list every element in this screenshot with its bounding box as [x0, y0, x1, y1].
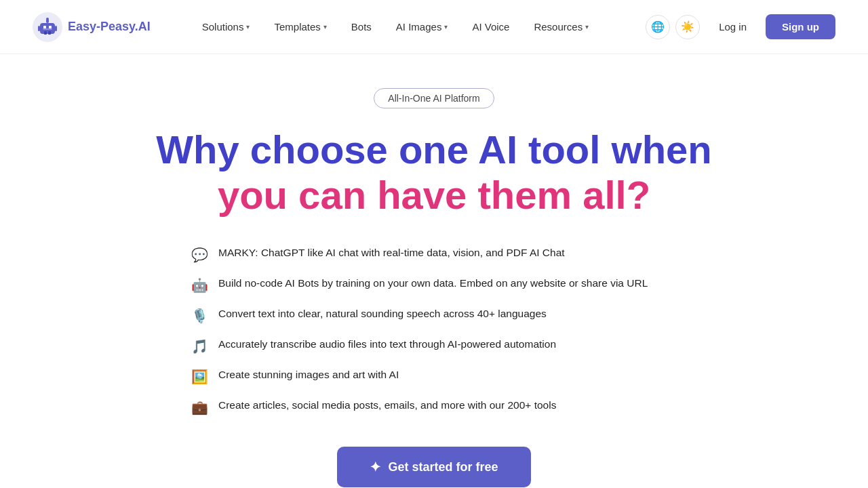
chevron-down-icon: ▾ — [246, 23, 250, 30]
nav-links: Solutions ▾ Templates ▾ Bots AI Images ▾… — [191, 16, 646, 38]
logo-text: Easy-Peasy.AI — [68, 20, 151, 34]
svg-rect-3 — [49, 26, 52, 28]
nav-resources[interactable]: Resources ▾ — [523, 16, 599, 38]
chevron-down-icon: ▾ — [323, 23, 327, 30]
signup-button[interactable]: Sign up — [766, 14, 835, 39]
features-list: 💬 MARKY: ChatGPT like AI chat with real-… — [190, 245, 678, 417]
navbar: Easy-Peasy.AI Solutions ▾ Templates ▾ Bo… — [0, 0, 868, 54]
feature-item: 💬 MARKY: ChatGPT like AI chat with real-… — [190, 245, 678, 264]
logo-icon — [33, 12, 62, 42]
login-button[interactable]: Log in — [705, 16, 760, 38]
nav-ai-voice[interactable]: AI Voice — [461, 16, 520, 38]
nav-templates[interactable]: Templates ▾ — [263, 16, 337, 38]
svg-rect-9 — [48, 31, 51, 35]
svg-rect-2 — [43, 26, 46, 28]
nav-solutions[interactable]: Solutions ▾ — [191, 16, 261, 38]
feature-icon-1: 🤖 — [190, 276, 209, 295]
theme-toggle-icon[interactable]: ☀️ — [675, 15, 700, 39]
logo[interactable]: Easy-Peasy.AI — [33, 12, 151, 42]
svg-rect-6 — [38, 26, 40, 31]
feature-text: Convert text into clear, natural soundin… — [218, 306, 547, 321]
feature-icon-2: 🎙️ — [190, 306, 209, 325]
feature-item: 🖼️ Create stunning images and art with A… — [190, 367, 678, 386]
svg-rect-8 — [44, 31, 47, 35]
svg-point-5 — [46, 18, 49, 20]
svg-rect-10 — [43, 28, 52, 30]
svg-rect-7 — [55, 26, 57, 31]
chevron-down-icon: ▾ — [585, 23, 589, 30]
star-icon: ✦ — [370, 459, 381, 475]
feature-text: Build no-code AI Bots by training on you… — [218, 275, 648, 291]
feature-icon-0: 💬 — [190, 245, 209, 264]
feature-item: 🤖 Build no-code AI Bots by training on y… — [190, 275, 678, 295]
feature-text: Create stunning images and art with AI — [218, 367, 399, 382]
main-content: All-In-One AI Platform Why choose one AI… — [0, 54, 868, 488]
feature-icon-5: 💼 — [190, 398, 209, 417]
feature-text: MARKY: ChatGPT like AI chat with real-ti… — [218, 245, 565, 260]
nav-bots[interactable]: Bots — [340, 16, 382, 38]
feature-icon-3: 🎵 — [190, 337, 209, 356]
feature-text: Accurately transcribe audio files into t… — [218, 336, 556, 352]
feature-item: 🎙️ Convert text into clear, natural soun… — [190, 306, 678, 325]
hero-headline: Why choose one AI tool when you can have… — [156, 127, 712, 218]
platform-badge: All-In-One AI Platform — [374, 88, 494, 108]
nav-ai-images[interactable]: AI Images ▾ — [385, 16, 459, 38]
feature-text: Create articles, social media posts, ema… — [218, 397, 556, 413]
feature-item: 🎵 Accurately transcribe audio files into… — [190, 336, 678, 356]
language-icon[interactable]: 🌐 — [646, 15, 670, 39]
cta-button[interactable]: ✦ Get started for free — [337, 447, 530, 487]
chevron-down-icon: ▾ — [444, 23, 448, 30]
feature-item: 💼 Create articles, social media posts, e… — [190, 397, 678, 417]
nav-actions: 🌐 ☀️ Log in Sign up — [646, 14, 835, 39]
feature-icon-4: 🖼️ — [190, 367, 209, 386]
